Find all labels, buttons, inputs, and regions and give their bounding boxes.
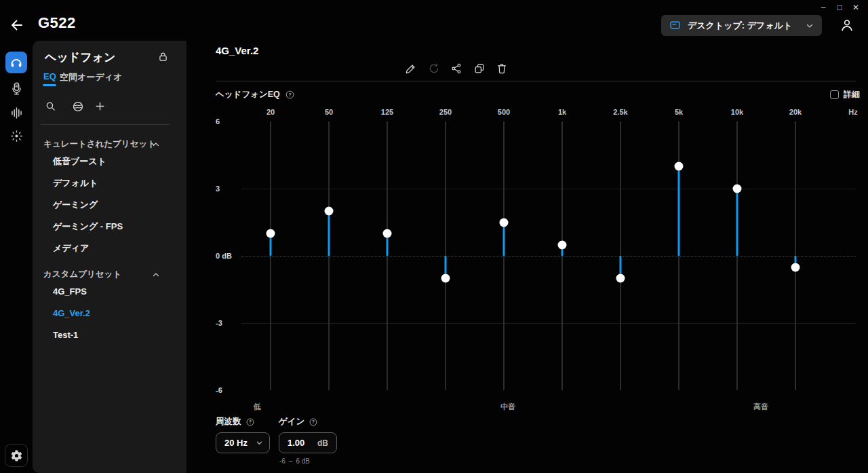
duplicate-preset-button[interactable]	[473, 62, 486, 75]
gridline	[241, 323, 856, 324]
freq-tick-label: 1k	[558, 108, 566, 116]
tab-spatial-audio[interactable]: 空間オーディオ	[60, 71, 122, 83]
eq-band-track[interactable]	[270, 121, 271, 390]
trash-icon	[496, 62, 508, 75]
search-icon	[45, 100, 56, 112]
maximize-button[interactable]: □	[833, 1, 846, 14]
frequency-select[interactable]: 20 Hz	[216, 432, 270, 453]
eq-section-title: ヘッドフォンEQ	[216, 89, 280, 100]
chevron-down-icon	[256, 439, 263, 447]
svg-text:?: ?	[249, 419, 252, 424]
custom-presets-header[interactable]: カスタムプリセット	[43, 269, 121, 280]
preset-item-default[interactable]: デフォルト	[53, 177, 98, 189]
preset-item-4g-fps[interactable]: 4G_FPS	[53, 286, 87, 297]
eq-band-handle[interactable]	[675, 162, 684, 171]
back-button[interactable]	[9, 17, 25, 33]
delete-preset-button[interactable]	[496, 62, 508, 75]
y-axis-tick-label: -3	[216, 319, 222, 327]
tab-eq[interactable]: EQ	[43, 71, 56, 81]
eq-band-track[interactable]	[328, 121, 330, 390]
gain-value[interactable]: 1.00	[288, 438, 304, 448]
help-icon[interactable]: ?	[285, 90, 295, 100]
eq-band-handle[interactable]	[383, 229, 392, 238]
eq-levels-icon	[9, 106, 24, 120]
freq-tick-label: 20k	[789, 108, 802, 116]
eq-band-track[interactable]	[736, 121, 738, 390]
device-profile-label: デスクトップ: デフォルト	[688, 20, 792, 32]
freq-tick-label: 5k	[675, 108, 683, 116]
eq-band-track[interactable]	[387, 121, 388, 390]
gain-label: ゲイン	[279, 416, 304, 428]
left-nav-rail	[0, 41, 33, 473]
account-button[interactable]	[840, 18, 854, 33]
window-controls: – □ ✕	[816, 1, 863, 14]
minimize-button[interactable]: –	[816, 1, 830, 14]
search-button[interactable]	[45, 100, 57, 113]
curated-presets-header[interactable]: キュレートされたプリセット	[43, 138, 156, 150]
preset-item-test-1[interactable]: Test-1	[53, 330, 78, 340]
add-preset-button[interactable]	[94, 100, 106, 113]
duplicate-icon	[473, 62, 486, 75]
eq-band-track[interactable]	[561, 121, 563, 390]
freq-tick-label: 125	[381, 108, 393, 116]
user-icon	[840, 18, 854, 33]
community-presets-button[interactable]	[72, 100, 84, 113]
svg-text:?: ?	[288, 92, 291, 97]
preset-item-gaming[interactable]: ゲーミング	[53, 199, 98, 211]
edit-preset-button[interactable]	[405, 62, 417, 75]
freq-tick-label: 20	[267, 108, 275, 116]
freq-tick-label: 250	[439, 108, 452, 116]
freq-tick-label: 500	[498, 108, 510, 116]
eq-band-handle[interactable]	[791, 263, 800, 271]
eq-band-handle[interactable]	[733, 185, 742, 193]
settings-button[interactable]	[5, 444, 28, 467]
nav-headphones[interactable]	[5, 52, 27, 73]
preset-item-4g-ver2[interactable]: 4G_Ver.2	[53, 308, 90, 318]
gridline	[241, 189, 856, 189]
chevron-up-icon[interactable]	[152, 271, 160, 279]
chevron-up-icon[interactable]	[152, 140, 160, 149]
eq-band-handle[interactable]	[325, 207, 334, 216]
checkbox-box[interactable]	[830, 90, 839, 99]
preset-item-bass-boost[interactable]: 低音ブースト	[53, 155, 106, 168]
gain-input[interactable]: 1.00 dB	[279, 432, 337, 453]
divider	[216, 81, 856, 81]
y-axis-tick-label: 6	[216, 117, 220, 126]
preset-item-media[interactable]: メディア	[53, 242, 89, 254]
community-icon	[72, 100, 84, 113]
nav-lighting[interactable]	[5, 125, 27, 147]
detail-checkbox-label: 詳細	[844, 89, 860, 100]
band-section-label: 低	[254, 402, 261, 412]
nav-sampler[interactable]	[5, 102, 27, 124]
share-preset-button[interactable]	[450, 62, 462, 75]
active-tab-indicator	[43, 84, 56, 86]
eq-band-handle[interactable]	[441, 274, 450, 283]
preset-item-gaming-fps[interactable]: ゲーミング - FPS	[53, 221, 123, 233]
eq-band-handle[interactable]	[558, 240, 567, 249]
headphones-icon	[9, 56, 23, 69]
lighting-icon	[9, 129, 24, 143]
gear-icon	[10, 449, 23, 462]
frequency-label: 周波数	[216, 416, 241, 428]
help-icon[interactable]: ?	[309, 417, 318, 427]
eq-band-track[interactable]	[503, 121, 505, 390]
device-profile-selector[interactable]: デスクトップ: デフォルト	[661, 15, 822, 36]
share-icon	[450, 62, 462, 75]
eq-band-handle[interactable]	[500, 218, 509, 227]
eq-band-handle[interactable]	[616, 274, 625, 283]
sidebar-title: ヘッドフォン	[45, 50, 115, 65]
band-section-label: 高音	[753, 402, 768, 412]
svg-text:?: ?	[312, 419, 315, 424]
freq-tick-label: 10k	[731, 108, 743, 116]
eq-band-handle[interactable]	[267, 229, 275, 238]
nav-microphone[interactable]	[5, 77, 27, 99]
detail-checkbox[interactable]: 詳細	[830, 89, 860, 100]
reset-preset-button[interactable]	[428, 62, 440, 75]
help-icon[interactable]: ?	[245, 417, 255, 427]
ghub-app-window: – □ ✕ G522 デスクトップ: デフォルト	[0, 0, 868, 473]
main-content: 4G_Ver.2	[186, 41, 868, 473]
lock-icon	[157, 51, 169, 62]
active-preset-title: 4G_Ver.2	[216, 45, 258, 56]
freq-unit-label: Hz	[848, 108, 857, 116]
close-button[interactable]: ✕	[849, 1, 863, 14]
